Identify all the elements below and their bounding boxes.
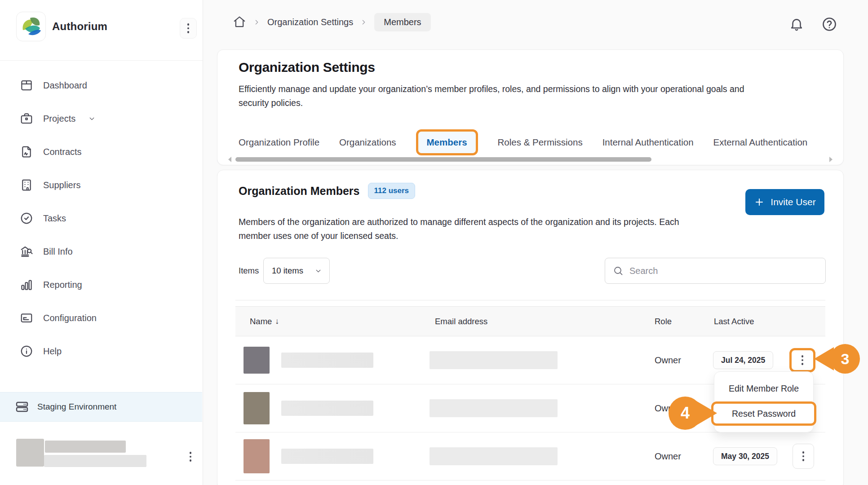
check-circle-icon <box>20 212 33 225</box>
breadcrumb: Organization Settings Members <box>233 12 431 32</box>
member-name-redacted <box>281 449 373 464</box>
section-divider <box>235 300 825 300</box>
sidebar-item-label: Tasks <box>43 213 66 224</box>
annotation-step-3-pin: 3 <box>830 344 860 374</box>
authorium-logo-icon <box>19 15 43 38</box>
sidebar: Authorium Dashboard Projects <box>0 0 203 485</box>
table-row: Owner May 30, 2025 <box>235 432 825 481</box>
sidebar-item-configuration[interactable]: Configuration <box>0 301 202 335</box>
members-description-line1: Members of the organization are authoriz… <box>239 215 679 229</box>
chevron-right-icon <box>253 18 261 26</box>
settings-tabs: Organization Profile Organizations Membe… <box>239 126 807 159</box>
contract-file-icon <box>20 145 33 159</box>
topbar-actions <box>789 16 837 32</box>
column-header-email[interactable]: Email address <box>435 317 626 326</box>
home-icon[interactable] <box>233 15 246 29</box>
tab-organizations[interactable]: Organizations <box>339 137 396 148</box>
breadcrumb-members[interactable]: Members <box>374 13 430 31</box>
annotation-step-4-pin: 4 <box>669 397 702 430</box>
column-header-name[interactable]: Name ↓ <box>235 317 435 326</box>
member-name-redacted <box>281 353 373 368</box>
sidebar-item-label: Help <box>43 346 62 357</box>
row-actions-kebab-button[interactable] <box>789 348 815 372</box>
column-header-role[interactable]: Role <box>626 317 689 326</box>
sidebar-item-projects[interactable]: Projects <box>0 102 202 135</box>
annotation-step-3-number: 3 <box>830 344 860 374</box>
user-name-redacted <box>45 441 126 453</box>
member-email-cell <box>435 351 626 369</box>
page-description-line2: security policies. <box>239 96 744 110</box>
sidebar-item-label: Reporting <box>43 280 82 290</box>
member-avatar <box>244 439 270 473</box>
sidebar-item-suppliers[interactable]: Suppliers <box>0 168 202 202</box>
member-email-cell <box>435 399 626 417</box>
brand-logo <box>16 12 46 41</box>
search-icon <box>613 265 624 276</box>
items-label: Items <box>239 258 259 284</box>
sidebar-item-contracts[interactable]: Contracts <box>0 135 202 168</box>
users-count-badge: 112 users <box>368 183 416 199</box>
invite-user-button[interactable]: Invite User <box>745 189 824 215</box>
members-heading-row: Organization Members 112 users <box>239 183 415 199</box>
member-avatar <box>244 392 270 424</box>
tab-internal-authentication[interactable]: Internal Authentication <box>602 137 694 148</box>
member-avatar <box>244 347 270 374</box>
user-avatar <box>16 439 44 467</box>
sidebar-item-dashboard[interactable]: Dashboard <box>0 69 202 102</box>
kebab-icon <box>190 452 192 462</box>
column-header-last-active[interactable]: Last Active <box>689 317 825 326</box>
member-role: Owner <box>626 451 689 462</box>
member-email-redacted <box>430 447 558 465</box>
sidebar-item-reporting[interactable]: Reporting <box>0 268 202 301</box>
sidebar-item-label: Contracts <box>43 147 82 157</box>
sidebar-item-label: Suppliers <box>43 180 80 190</box>
environment-banner[interactable]: Staging Environment <box>0 392 202 422</box>
page-description: Efficiently manage and update your organ… <box>239 82 744 110</box>
table-header: Name ↓ Email address Role Last Active <box>235 306 825 336</box>
chevron-down-icon <box>88 115 96 123</box>
dashboard-icon <box>20 79 33 92</box>
sidebar-item-label: Bill Info <box>43 247 73 257</box>
sidebar-item-bill-info[interactable]: Bill Info <box>0 235 202 268</box>
briefcase-icon <box>20 112 33 125</box>
row-actions-kebab-button[interactable] <box>793 444 814 469</box>
menu-item-reset-password[interactable]: Reset Password <box>711 401 816 426</box>
sidebar-item-label: Projects <box>43 114 75 124</box>
member-email-redacted <box>430 351 558 369</box>
server-icon <box>15 400 29 414</box>
chevron-down-icon <box>314 267 322 275</box>
search-box <box>605 258 826 284</box>
kebab-icon <box>187 23 190 33</box>
sidebar-item-label: Configuration <box>43 313 97 323</box>
bank-search-icon <box>20 245 33 258</box>
tab-members[interactable]: Members <box>416 129 478 155</box>
invite-user-label: Invite User <box>771 197 815 207</box>
items-per-page-select[interactable]: 10 items <box>263 258 330 284</box>
members-description-line2: member uses one of your licensed seats. <box>239 229 679 243</box>
tab-roles-permissions[interactable]: Roles & Permissions <box>498 137 583 148</box>
tabs-scroll-left-arrow[interactable] <box>228 157 231 162</box>
menu-item-edit-member-role[interactable]: Edit Member Role <box>714 377 813 400</box>
help-icon[interactable] <box>821 16 837 32</box>
tabs-scroll-right-arrow[interactable] <box>829 157 833 162</box>
page-description-line1: Efficiently manage and update your organ… <box>239 82 744 96</box>
plus-icon <box>754 197 765 207</box>
sidebar-kebab-button[interactable] <box>180 18 197 39</box>
chevron-right-icon <box>360 18 368 26</box>
user-email-redacted <box>44 455 146 467</box>
tab-external-authentication[interactable]: External Authentication <box>713 137 808 148</box>
brand-name: Authorium <box>52 12 107 41</box>
sidebar-item-help[interactable]: Help <box>0 335 202 368</box>
tabs-scrollbar-thumb[interactable] <box>235 157 651 162</box>
bell-icon[interactable] <box>789 17 804 32</box>
user-menu-button[interactable] <box>182 447 199 467</box>
member-email-redacted <box>430 399 558 417</box>
last-active-date: May 30, 2025 <box>713 447 777 465</box>
member-name-cell <box>235 439 435 473</box>
search-input[interactable] <box>629 258 825 283</box>
breadcrumb-org-settings[interactable]: Organization Settings <box>267 17 353 27</box>
sidebar-item-tasks[interactable]: Tasks <box>0 202 202 235</box>
bar-chart-icon <box>20 278 33 291</box>
info-circle-icon <box>20 344 33 358</box>
tab-organization-profile[interactable]: Organization Profile <box>239 137 319 148</box>
